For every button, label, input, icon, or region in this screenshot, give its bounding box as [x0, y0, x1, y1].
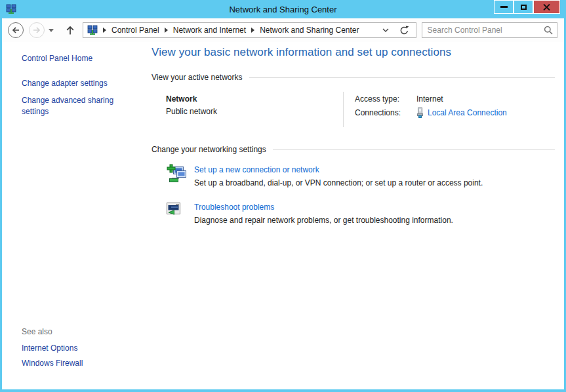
- sidebar-spacer: [22, 123, 141, 327]
- network-name: Network: [166, 94, 343, 104]
- section-rule: [249, 77, 555, 78]
- navigation-bar: Control Panel Network and Internet Netwo…: [2, 18, 564, 42]
- troubleshoot-description: Diagnose and repair network problems, or…: [194, 216, 453, 225]
- network-identity: Network Public network: [166, 92, 343, 127]
- sidebar: Control Panel Home Change adapter settin…: [2, 42, 148, 389]
- sidebar-item-windows-firewall[interactable]: Windows Firewall: [22, 359, 141, 368]
- setup-connection-description: Set up a broadband, dial-up, or VPN conn…: [194, 178, 483, 187]
- troubleshoot-icon: [166, 201, 188, 225]
- page-title: View your basic network information and …: [152, 46, 555, 59]
- troubleshoot-text: Troubleshoot problems Diagnose and repai…: [194, 201, 453, 225]
- address-dropdown-icon: [382, 28, 389, 32]
- network-icon: [6, 4, 16, 14]
- sidebar-item-change-adapter-settings[interactable]: Change adapter settings: [22, 78, 132, 89]
- refresh-button[interactable]: [393, 24, 413, 37]
- back-icon: [7, 22, 24, 39]
- active-network-row: Network Public network Access type: Inte…: [166, 92, 555, 127]
- title-bar[interactable]: Network and Sharing Center: [0, 0, 566, 18]
- up-icon: [64, 24, 76, 36]
- new-connection-icon: [166, 164, 188, 187]
- sidebar-item-control-panel-home[interactable]: Control Panel Home: [22, 54, 141, 63]
- network-details: Access type: Internet Connections:: [343, 92, 507, 127]
- window-body: Control Panel Network and Internet Netwo…: [2, 18, 564, 389]
- network-sharing-center-window: Network and Sharing Center: [0, 0, 566, 392]
- close-button[interactable]: [533, 0, 560, 14]
- connections-row: Connections:: [355, 108, 507, 118]
- networking-settings-label: Change your networking settings: [152, 145, 266, 154]
- forward-icon: [28, 22, 45, 39]
- recent-pages-dropdown[interactable]: [47, 26, 55, 35]
- local-area-connection-link[interactable]: Local Area Connection: [428, 108, 507, 117]
- connections-label: Connections:: [355, 108, 416, 117]
- setup-connection-link[interactable]: Set up a new connection or network: [194, 165, 483, 174]
- address-bar[interactable]: Control Panel Network and Internet Netwo…: [83, 22, 416, 38]
- see-also-heading: See also: [22, 327, 141, 336]
- troubleshoot-link[interactable]: Troubleshoot problems: [194, 203, 453, 212]
- window-title: Network and Sharing Center: [0, 5, 566, 14]
- breadcrumb-separator-icon[interactable]: [103, 28, 106, 33]
- networking-settings-section-header: Change your networking settings: [152, 145, 555, 154]
- refresh-icon: [399, 26, 409, 35]
- network-type: Public network: [166, 107, 343, 116]
- section-rule: [273, 149, 555, 150]
- troubleshoot-item: Troubleshoot problems Diagnose and repai…: [166, 201, 555, 225]
- minimize-button[interactable]: [494, 0, 514, 14]
- close-icon: [543, 4, 550, 10]
- breadcrumb-control-panel[interactable]: Control Panel: [110, 25, 161, 35]
- search-icon[interactable]: [544, 26, 553, 35]
- network-icon: [87, 25, 98, 35]
- minimize-icon: [500, 6, 508, 8]
- active-networks-label: View your active networks: [152, 73, 243, 82]
- search-input[interactable]: [428, 26, 544, 35]
- setup-connection-text: Set up a new connection or network Set u…: [194, 164, 483, 187]
- maximize-icon: [521, 5, 527, 10]
- access-type-label: Access type:: [355, 94, 416, 104]
- breadcrumb-separator-icon[interactable]: [165, 28, 168, 33]
- active-networks-section-header: View your active networks: [152, 73, 555, 82]
- up-button[interactable]: [64, 24, 76, 36]
- search-box[interactable]: [422, 22, 557, 38]
- breadcrumb-separator-icon[interactable]: [251, 28, 254, 33]
- setup-connection-item: Set up a new connection or network Set u…: [166, 164, 555, 187]
- breadcrumb-network-and-sharing-center[interactable]: Network and Sharing Center: [258, 25, 360, 35]
- history-dropdown-icon: [49, 29, 54, 32]
- window-controls: [494, 0, 560, 14]
- forward-button[interactable]: [28, 22, 45, 39]
- back-button[interactable]: [7, 22, 24, 39]
- address-dropdown-button[interactable]: [378, 26, 393, 35]
- content-area: Control Panel Home Change adapter settin…: [2, 42, 564, 389]
- access-type-value: Internet: [416, 94, 443, 104]
- ethernet-icon: [416, 108, 424, 118]
- access-type-row: Access type: Internet: [355, 94, 507, 104]
- maximize-button[interactable]: [514, 0, 533, 14]
- main-panel: View your basic network information and …: [148, 42, 564, 389]
- breadcrumb-network-and-internet[interactable]: Network and Internet: [172, 25, 247, 35]
- sidebar-item-internet-options[interactable]: Internet Options: [22, 343, 141, 353]
- sidebar-item-change-advanced-sharing-settings[interactable]: Change advanced sharing settings: [22, 95, 132, 117]
